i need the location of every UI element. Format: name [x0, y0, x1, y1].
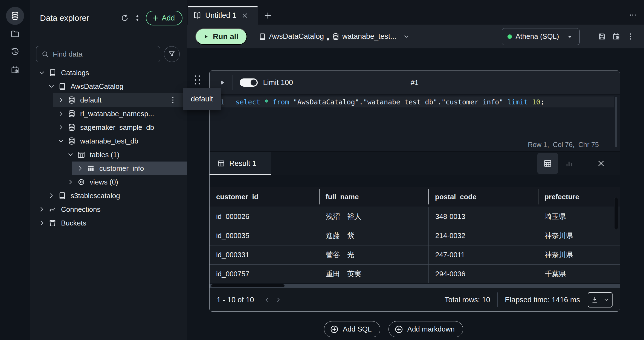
- toolbar-right: Athena (SQL): [502, 28, 637, 46]
- refresh-button[interactable]: [118, 12, 131, 24]
- result-tab[interactable]: Result 1: [210, 152, 271, 175]
- result-footer: 1 - 10 of 10 Total rows: 10 Elapsed time…: [210, 288, 620, 312]
- pager: [263, 296, 282, 303]
- tree-item-connections[interactable]: Connections: [34, 203, 187, 216]
- cursor-position-status: Row 1, Col 76, Chr 75: [528, 141, 599, 149]
- database-icon: [68, 123, 76, 131]
- tree-item-rl-watanabe-namesp[interactable]: rl_watanabe_namesp...: [53, 107, 187, 121]
- tree-item-watanabe-test-db[interactable]: watanabe_test_db: [53, 134, 187, 148]
- tree-item-default[interactable]: default: [53, 93, 187, 107]
- left-rail: [0, 0, 30, 340]
- download-caret-icon[interactable]: [603, 297, 609, 303]
- next-page-icon[interactable]: [275, 296, 282, 303]
- result-body: customer_idfull_namepostal_codeprefectur…: [210, 175, 620, 288]
- cell-header-divider: [233, 75, 233, 90]
- run-all-button[interactable]: Run all: [195, 28, 247, 45]
- engine-selector[interactable]: Athena (SQL): [502, 28, 580, 45]
- table-outline-icon: [77, 151, 85, 159]
- tab-overflow-menu[interactable]: [629, 11, 637, 19]
- chevron-right-icon[interactable]: [48, 192, 55, 200]
- editor-scrollbar[interactable]: [615, 97, 617, 147]
- main-area: Untitled 1 Run all AwsDataCatalog watana…: [187, 0, 644, 340]
- chevron-right-icon[interactable]: [67, 178, 74, 186]
- rail-item-data-explorer[interactable]: [6, 7, 24, 25]
- chevron-right-icon[interactable]: [76, 165, 84, 172]
- add-sql-button[interactable]: Add SQL: [324, 321, 380, 337]
- chart-view-button[interactable]: [559, 153, 579, 174]
- chevron-down-icon[interactable]: [67, 151, 74, 159]
- limit-toggle[interactable]: [240, 78, 258, 87]
- rail-item-history[interactable]: [6, 43, 24, 61]
- more-options-button[interactable]: [623, 30, 637, 44]
- item-menu-button[interactable]: [169, 96, 177, 104]
- vertical-scrollbar[interactable]: [614, 197, 618, 230]
- result-tab-label: Result 1: [229, 159, 256, 168]
- chevron-right-icon[interactable]: [57, 110, 65, 118]
- catalog-tree: CatalogsAwsDataCatalogdefaultrl_watanabe…: [31, 66, 187, 230]
- tree-item-label: views (0): [90, 178, 118, 186]
- tree-item-catalogs[interactable]: Catalogs: [34, 66, 187, 80]
- table-row: id_000757重田 英実294-0036千葉県: [210, 264, 620, 283]
- table-cell: 進藤 紫: [319, 226, 428, 245]
- catalog-icon: [48, 69, 57, 77]
- run-cell-button[interactable]: [218, 79, 226, 86]
- catalog-database-selector[interactable]: AwsDataCatalog watanabe_test...: [259, 32, 410, 41]
- filter-button[interactable]: [164, 46, 180, 62]
- tree-item-views-0[interactable]: views (0): [62, 175, 187, 189]
- add-markdown-button[interactable]: Add markdown: [388, 321, 463, 337]
- chevron-down-icon[interactable]: [38, 69, 46, 77]
- chevron-right-icon[interactable]: [57, 96, 65, 104]
- chevron-right-icon[interactable]: [57, 124, 65, 131]
- chevron-right-icon: [57, 124, 65, 131]
- column-header-prefecture: prefecture: [538, 187, 620, 207]
- chevron-down-icon: [67, 151, 74, 159]
- download-button[interactable]: [588, 292, 613, 307]
- tree-item-tables-1[interactable]: tables (1): [62, 148, 187, 162]
- chevron-right-icon[interactable]: [38, 219, 46, 227]
- table-cell: 埼玉県: [538, 207, 620, 226]
- add-button[interactable]: Add: [146, 11, 182, 25]
- table-row: id_000026浅沼 裕人348-0013埼玉県: [210, 207, 620, 226]
- toggle-knob: [251, 80, 257, 86]
- tab-label: Untitled 1: [205, 11, 236, 20]
- chevron-down-icon[interactable]: [48, 83, 55, 90]
- chevron-right-icon[interactable]: [38, 206, 46, 213]
- sql-editor[interactable]: 1 select * from "AwsDataCatalog"."watana…: [210, 95, 620, 151]
- chevron-down-icon[interactable]: [57, 137, 65, 145]
- schedule-button[interactable]: [609, 30, 623, 44]
- tree-item-customer-info[interactable]: customer_info: [72, 162, 187, 175]
- tree-item-sagemaker-sample-db[interactable]: sagemaker_sample_db: [53, 121, 187, 134]
- tab-close-icon[interactable]: [241, 12, 248, 19]
- column-header-postal_code: postal_code: [428, 187, 538, 207]
- search-input[interactable]: Find data: [36, 46, 160, 62]
- table-cell: 294-0036: [428, 265, 538, 283]
- rail-item-files[interactable]: [6, 25, 24, 43]
- collapse-tree-button[interactable]: [131, 12, 144, 24]
- horizontal-scrollbar[interactable]: [210, 284, 620, 288]
- search-row: Find data: [31, 36, 187, 66]
- chevron-down-icon[interactable]: [403, 33, 410, 40]
- database-icon: [68, 110, 76, 118]
- tab-untitled-1[interactable]: Untitled 1: [188, 6, 258, 25]
- close-result-button[interactable]: [591, 153, 611, 174]
- new-tab-button[interactable]: [258, 6, 278, 25]
- catalog-icon: [58, 82, 66, 90]
- tree-item-label: default: [80, 96, 101, 104]
- code-line[interactable]: 1 select * from "AwsDataCatalog"."watana…: [210, 96, 614, 107]
- tree-item-s3tablescatalog[interactable]: s3tablescatalog: [43, 189, 187, 203]
- rail-item-scheduled[interactable]: [6, 61, 24, 79]
- table-cell: id_000757: [210, 265, 319, 283]
- kebab-v-icon: [169, 96, 177, 104]
- tree-item-awsdatacatalog[interactable]: AwsDataCatalog: [43, 80, 187, 93]
- horizontal-scrollbar-thumb[interactable]: [211, 284, 285, 287]
- column-header-customer_id: customer_id: [210, 187, 319, 207]
- bucket-icon: [48, 219, 57, 227]
- database-icon: [68, 137, 76, 145]
- table-outline-icon: [77, 151, 85, 159]
- tree-item-buckets[interactable]: Buckets: [34, 216, 187, 230]
- table-view-button[interactable]: [537, 153, 558, 174]
- cell-drag-handle[interactable]: [195, 75, 200, 84]
- prev-page-icon[interactable]: [263, 296, 271, 303]
- save-button[interactable]: [595, 30, 609, 44]
- table-cell: id_000026: [210, 207, 319, 226]
